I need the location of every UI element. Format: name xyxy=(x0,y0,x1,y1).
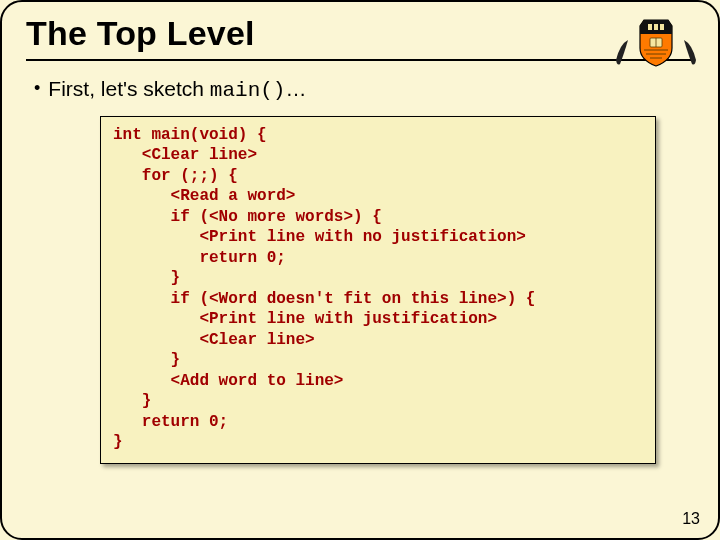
code-line: <Clear line> xyxy=(113,331,315,349)
svg-rect-1 xyxy=(654,24,658,30)
code-line: <Add word to line> xyxy=(113,372,343,390)
code-content: int main(void) { <Clear line> for (;;) {… xyxy=(113,125,643,453)
slide: The Top Level • First, let's sketch main… xyxy=(0,0,720,540)
svg-rect-0 xyxy=(648,24,652,30)
code-line: return 0; xyxy=(113,413,228,431)
code-line: <Print line with justification> xyxy=(113,310,497,328)
bullet-item: • First, let's sketch main()… xyxy=(34,77,718,102)
code-line: <Read a word> xyxy=(113,187,295,205)
bullet-tail: … xyxy=(285,77,306,100)
code-line: <Clear line> xyxy=(113,146,257,164)
code-line: } xyxy=(113,269,180,287)
code-line: return 0; xyxy=(113,249,286,267)
bullet-lead: First, let's sketch xyxy=(48,77,210,100)
code-line: int main(void) { xyxy=(113,126,267,144)
bullet-dot-icon: • xyxy=(34,79,40,97)
university-crest-logo xyxy=(614,14,698,70)
bullet-text: First, let's sketch main()… xyxy=(48,77,306,102)
slide-title: The Top Level xyxy=(26,14,694,53)
title-area: The Top Level xyxy=(2,2,718,63)
title-underline xyxy=(26,59,694,61)
code-line: <Print line with no justification> xyxy=(113,228,526,246)
code-line: for (;;) { xyxy=(113,167,238,185)
code-line: if (<No more words>) { xyxy=(113,208,382,226)
page-number: 13 xyxy=(682,510,700,528)
code-line: } xyxy=(113,392,151,410)
svg-rect-2 xyxy=(660,24,664,30)
code-block: int main(void) { <Clear line> for (;;) {… xyxy=(100,116,656,464)
code-line: } xyxy=(113,433,123,451)
bullet-code: main() xyxy=(210,79,286,102)
code-line: } xyxy=(113,351,180,369)
code-line: if (<Word doesn't fit on this line>) { xyxy=(113,290,535,308)
